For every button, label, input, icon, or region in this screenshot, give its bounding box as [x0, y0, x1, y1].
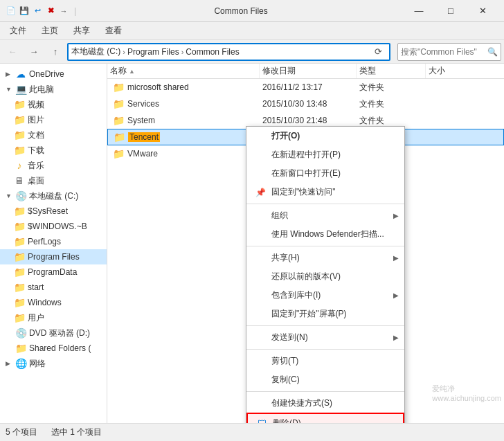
sidebar-label-music: 音乐 — [28, 160, 44, 172]
sidebar-item-documents[interactable]: 📁 文档 — [0, 127, 107, 143]
ctx-organize-arrow: ▶ — [393, 212, 399, 219]
sidebar-label-programdata: ProgramData — [28, 267, 77, 277]
breadcrumb-c-drive[interactable]: 本地磁盘 (C:) — [71, 46, 120, 57]
tb-icon-redo[interactable]: → — [58, 6, 69, 17]
ctx-open-new-process[interactable]: 在新进程中打开(P) — [246, 145, 404, 164]
sidebar-label-perflogs: PerfLogs — [28, 237, 61, 246]
ctx-organize[interactable]: 组织 ▶ — [246, 206, 404, 225]
close-button[interactable]: ✕ — [467, 0, 498, 22]
sidebar-label-onedrive: OneDrive — [29, 69, 64, 79]
col-header-name[interactable]: 名称 ▲ — [107, 64, 260, 78]
col-header-type[interactable]: 类型 — [357, 64, 426, 78]
col-header-date[interactable]: 修改日期 — [260, 64, 357, 78]
sidebar-item-desktop[interactable]: 🖥 桌面 — [0, 173, 107, 188]
file-name-tencent: 📁 Tencent — [108, 132, 260, 143]
ctx-divider-3 — [246, 325, 404, 326]
ctx-restore-version[interactable]: 还原以前的版本(V) — [246, 267, 404, 286]
sidebar-item-cdrive[interactable]: ▼ 💿 本地磁盘 (C:) — [0, 188, 107, 204]
ctx-pin-quick[interactable]: 📌 固定到"快速访问" — [246, 183, 404, 201]
folder-icon-documents: 📁 — [14, 129, 25, 141]
tb-icon-doc[interactable]: 📄 — [6, 6, 17, 17]
breadcrumb-program-files[interactable]: Program Files — [127, 47, 179, 57]
ctx-include-library-label: 包含到库中(I) — [271, 289, 321, 301]
sidebar-item-programfiles[interactable]: 📁 Program Files — [0, 249, 107, 264]
breadcrumb-sep-1: › — [123, 48, 125, 56]
ctx-open-new-window-label: 在新窗口中打开(E) — [271, 168, 341, 179]
up-button[interactable]: ↑ — [46, 43, 65, 61]
sidebar-item-windows-be[interactable]: 📁 $WINDOWS.~B — [0, 219, 107, 234]
sidebar-item-programdata[interactable]: 📁 ProgramData — [0, 264, 107, 280]
file-date-microsoft-shared: 2016/11/2 13:17 — [260, 82, 357, 92]
sidebar-label-shared: Shared Folders ( — [29, 343, 91, 353]
ctx-defender[interactable]: 使用 Windows Defender扫描... — [246, 225, 404, 244]
ctx-pin-icon: 📌 — [255, 187, 266, 198]
maximize-button[interactable]: □ — [435, 0, 467, 22]
sidebar-item-downloads[interactable]: 📁 下载 — [0, 143, 107, 158]
ctx-pinstart-icon — [255, 309, 266, 320]
desktop-icon: 🖥 — [14, 175, 25, 186]
folder-icon-start: 📁 — [14, 282, 25, 293]
sidebar-item-users[interactable]: 📁 用户 — [0, 310, 107, 325]
ctx-copy-icon — [255, 375, 266, 386]
file-type-system: 文件夹 — [357, 115, 426, 127]
search-box[interactable]: 🔍 — [397, 43, 501, 61]
ctx-send-to[interactable]: 发送到(N) ▶ — [246, 328, 404, 347]
folder-icon-sysreset: 📁 — [14, 206, 25, 217]
sidebar-item-network[interactable]: ▶ 🌐 网络 — [0, 356, 107, 371]
ddrive-icon: 💿 — [15, 327, 26, 339]
tb-icon-undo[interactable]: ↩ — [32, 6, 43, 17]
window-controls: — □ ✕ — [403, 0, 498, 22]
sidebar-label-videos: 视频 — [28, 99, 44, 111]
ctx-defender-label: 使用 Windows Defender扫描... — [271, 228, 384, 240]
menu-home[interactable]: 主页 — [35, 24, 65, 38]
status-count: 5 个项目 — [6, 426, 37, 438]
file-row-services[interactable]: 📁 Services 2015/10/30 13:48 文件夹 — [107, 96, 504, 112]
ctx-share[interactable]: 共享(H) ▶ — [246, 249, 404, 267]
file-name-microsoft-shared: 📁 microsoft shared — [107, 82, 260, 93]
search-input[interactable] — [401, 47, 485, 57]
ctx-include-library[interactable]: 包含到库中(I) ▶ — [246, 286, 404, 305]
sidebar-item-onedrive[interactable]: ▶ ☁ OneDrive — [0, 66, 107, 82]
expand-arrow-cdrive: ▼ — [6, 192, 12, 199]
menu-file[interactable]: 文件 — [3, 24, 33, 38]
breadcrumb-common-files[interactable]: Common Files — [186, 47, 239, 57]
sidebar-item-shared[interactable]: 📁 Shared Folders ( — [0, 341, 107, 356]
menu-share[interactable]: 共享 — [66, 24, 97, 38]
ctx-defender-icon — [255, 229, 266, 240]
menu-view[interactable]: 查看 — [98, 24, 129, 38]
ctx-divider-4 — [246, 349, 404, 350]
title-bar: 📄 💾 ↩ ✖ → | Common Files — □ ✕ — [0, 0, 504, 22]
minimize-button[interactable]: — — [403, 0, 435, 22]
ctx-cut[interactable]: 剪切(T) — [246, 352, 404, 370]
file-name-vmware: 📁 VMware — [107, 148, 260, 159]
sidebar-item-start[interactable]: 📁 start — [0, 280, 107, 295]
sidebar-label-cdrive: 本地磁盘 (C:) — [29, 190, 78, 202]
folder-icon: 📁 — [113, 98, 125, 109]
ctx-pin-start[interactable]: 固定到"开始"屏幕(P) — [246, 305, 404, 323]
sidebar-item-computer[interactable]: ▼ 💻 此电脑 — [0, 82, 107, 97]
sidebar: ▶ ☁ OneDrive ▼ 💻 此电脑 📁 视频 📁 图片 📁 文档 📁 下载… — [0, 64, 107, 423]
sidebar-item-videos[interactable]: 📁 视频 — [0, 97, 107, 112]
tb-icon-cancel[interactable]: ✖ — [45, 6, 56, 17]
window-title: Common Files — [83, 6, 399, 16]
sidebar-label-programfiles: Program Files — [28, 252, 80, 262]
ctx-copy[interactable]: 复制(C) — [246, 370, 404, 389]
sidebar-item-pictures[interactable]: 📁 图片 — [0, 112, 107, 127]
sidebar-item-windows[interactable]: 📁 Windows — [0, 295, 107, 310]
sidebar-item-perflogs[interactable]: 📁 PerfLogs — [0, 234, 107, 249]
file-row-microsoft-shared[interactable]: 📁 microsoft shared 2016/11/2 13:17 文件夹 — [107, 79, 504, 96]
col-header-size[interactable]: 大小 — [426, 64, 481, 78]
sidebar-item-music[interactable]: ♪ 音乐 — [0, 158, 107, 173]
ctx-create-shortcut[interactable]: 创建快捷方式(S) — [246, 394, 404, 413]
back-button[interactable]: ← — [3, 43, 22, 61]
sidebar-item-sysreset[interactable]: 📁 $SysReset — [0, 204, 107, 219]
ctx-delete[interactable]: 🛡 删除(D) — [246, 413, 404, 423]
sidebar-item-ddrive[interactable]: 💿 DVD 驱动器 (D:) — [0, 325, 107, 341]
ctx-create-shortcut-label: 创建快捷方式(S) — [271, 397, 332, 409]
ctx-open[interactable]: 打开(O) — [246, 127, 404, 145]
tb-icon-save[interactable]: 💾 — [19, 6, 30, 17]
ctx-library-icon — [255, 290, 266, 301]
ctx-open-new-window[interactable]: 在新窗口中打开(E) — [246, 164, 404, 183]
refresh-button[interactable]: ⟳ — [370, 44, 386, 60]
forward-button[interactable]: → — [24, 43, 44, 61]
